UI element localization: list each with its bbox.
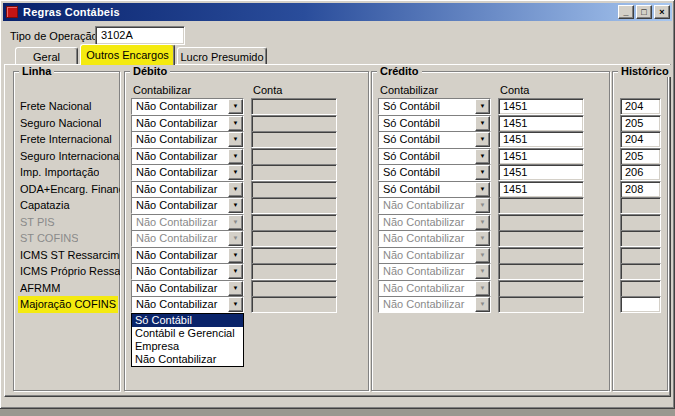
debito-contabilizar-select: Não Contabilizar▼ [131,214,244,231]
dropdown-arrow-icon[interactable]: ▼ [228,281,243,296]
group-linha: Linha Frete NacionalSeguro NacionalFrete… [13,71,120,391]
dropdown-arrow-icon[interactable]: ▼ [228,182,243,197]
dropdown-option[interactable]: Não Contabilizar [132,353,243,366]
content-panel: Linha Frete NacionalSeguro NacionalFrete… [4,64,671,397]
historico-input[interactable]: 204 [620,98,661,115]
credito-contabilizar-select: Não Contabilizar▼ [378,263,491,280]
debito-contabilizar-select[interactable]: Não Contabilizar▼ [131,115,244,132]
historico-input [620,197,661,214]
dropdown-arrow-icon[interactable]: ▼ [228,132,243,147]
dropdown-arrow-icon[interactable]: ▼ [475,116,490,131]
tipo-operacao-label: Tipo de Operação [10,30,98,42]
dropdown-arrow-icon: ▼ [475,281,490,296]
dropdown-arrow-icon[interactable]: ▼ [228,165,243,180]
credito-conta-input[interactable]: 1451 [498,164,584,181]
close-button[interactable]: × [654,5,670,19]
historico-input [620,247,661,264]
credito-conta-input [498,197,584,214]
debito-contabilizar-select-value: Não Contabilizar [132,248,228,263]
historico-input[interactable]: 208 [620,181,661,198]
debito-contabilizar-select-value: Não Contabilizar [132,198,228,213]
debito-contabilizar-select[interactable]: Não Contabilizar▼ [131,263,244,280]
dropdown-arrow-icon[interactable]: ▼ [228,264,243,279]
dropdown-arrow-icon: ▼ [475,198,490,213]
credito-contabilizar-select[interactable]: Só Contábil▼ [378,164,491,181]
dropdown-option[interactable]: Empresa [132,340,243,353]
tipo-operacao-input[interactable]: 3102A [95,26,185,45]
column-header-conta: Conta [253,84,282,96]
debito-contabilizar-select[interactable]: Não Contabilizar▼ [131,164,244,181]
credito-contabilizar-select[interactable]: Só Contábil▼ [378,181,491,198]
credito-contabilizar-select-value: Só Contábil [379,116,475,131]
historico-input[interactable]: 204 [620,131,661,148]
app-icon [6,6,18,18]
dropdown-arrow-icon[interactable]: ▼ [228,248,243,263]
dropdown-arrow-icon[interactable]: ▼ [475,182,490,197]
row-label: Seguro Internacional [20,148,120,165]
credito-contabilizar-select: Não Contabilizar▼ [378,280,491,297]
dropdown-arrow-icon: ▼ [475,248,490,263]
tab-geral[interactable]: Geral [15,47,78,65]
debito-contabilizar-select-value: Não Contabilizar [132,231,228,246]
dropdown-arrow-icon[interactable]: ▼ [475,149,490,164]
tab-outros-encargos[interactable]: Outros Encargos [80,44,175,65]
debito-contabilizar-select-value: Não Contabilizar [132,132,228,147]
maximize-button[interactable]: □ [636,5,652,19]
debito-contabilizar-select[interactable]: Não Contabilizar▼ [131,148,244,165]
credito-contabilizar-select-value: Não Contabilizar [379,281,475,296]
credito-contabilizar-select[interactable]: Só Contábil▼ [378,131,491,148]
dropdown-arrow-icon[interactable]: ▼ [475,99,490,114]
column-header-contabilizar: Contabilizar [380,84,438,96]
tab-lucro-presumido[interactable]: Lucro Presumido [177,47,267,65]
historico-input[interactable]: 205 [620,115,661,132]
credito-conta-input[interactable]: 1451 [498,115,584,132]
debito-contabilizar-select[interactable]: Não Contabilizar▼ [131,181,244,198]
historico-input [620,280,661,297]
debito-contabilizar-select-value: Não Contabilizar [132,182,228,197]
credito-conta-input[interactable]: 1451 [498,131,584,148]
group-historico: Histórico 204205204205206208 [612,71,668,391]
credito-contabilizar-select: Não Contabilizar▼ [378,247,491,264]
row-label: Seguro Nacional [20,115,101,132]
group-debito: Débito Contabilizar Conta Não Contabiliz… [124,71,369,391]
debito-contabilizar-select-value: Não Contabilizar [132,149,228,164]
dropdown-arrow-icon[interactable]: ▼ [228,116,243,131]
dropdown-arrow-icon[interactable]: ▼ [475,165,490,180]
debito-contabilizar-select-value: Não Contabilizar [132,297,228,312]
credito-contabilizar-select[interactable]: Só Contábil▼ [378,115,491,132]
credito-contabilizar-select: Não Contabilizar▼ [378,296,491,313]
historico-input[interactable]: 205 [620,148,661,165]
debito-contabilizar-select[interactable]: Não Contabilizar▼ [131,280,244,297]
debito-contabilizar-select[interactable]: Não Contabilizar▼ [131,98,244,115]
dropdown-option[interactable]: Contábil e Gerencial [132,327,243,340]
dropdown-arrow-icon[interactable]: ▼ [228,198,243,213]
row-label: Capatazia [20,197,70,214]
row-label: Frete Nacional [20,98,92,115]
credito-conta-input[interactable]: 1451 [498,98,584,115]
dropdown-arrow-icon[interactable]: ▼ [228,99,243,114]
historico-input[interactable]: 206 [620,164,661,181]
credito-conta-input [498,263,584,280]
group-debito-legend: Débito [130,65,170,77]
dropdown-list: Só ContábilContábil e GerencialEmpresaNã… [131,313,244,367]
minimize-button[interactable]: _ [618,5,634,19]
debito-contabilizar-select[interactable]: Não Contabilizar▼ [131,247,244,264]
credito-contabilizar-select-value: Só Contábil [379,165,475,180]
historico-input[interactable] [620,296,661,313]
debito-conta-input [251,98,337,115]
debito-contabilizar-select[interactable]: Não Contabilizar▼ [131,197,244,214]
credito-conta-input[interactable]: 1451 [498,181,584,198]
debito-contabilizar-select[interactable]: Não Contabilizar▼ [131,296,244,313]
credito-conta-input[interactable]: 1451 [498,148,584,165]
dropdown-option[interactable]: Só Contábil [132,314,243,327]
dropdown-arrow-icon: ▼ [475,297,490,312]
dropdown-arrow-icon[interactable]: ▼ [228,149,243,164]
credito-contabilizar-select-value: Não Contabilizar [379,231,475,246]
credito-contabilizar-select[interactable]: Só Contábil▼ [378,98,491,115]
credito-contabilizar-select-value: Não Contabilizar [379,297,475,312]
credito-contabilizar-select[interactable]: Só Contábil▼ [378,148,491,165]
dropdown-arrow-icon[interactable]: ▼ [228,297,243,312]
dropdown-arrow-icon[interactable]: ▼ [475,132,490,147]
debito-contabilizar-select[interactable]: Não Contabilizar▼ [131,131,244,148]
debito-contabilizar-select-value: Não Contabilizar [132,264,228,279]
